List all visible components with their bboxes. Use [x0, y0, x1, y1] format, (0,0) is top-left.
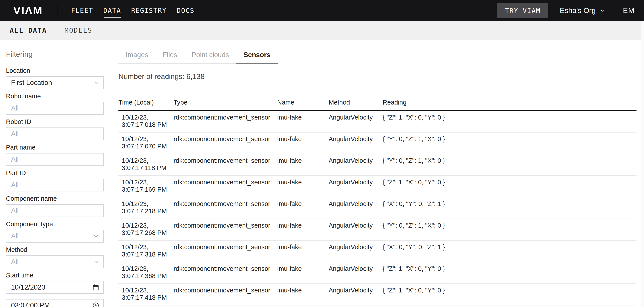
- cell-name: imu-fake: [277, 222, 328, 240]
- tab-all-data[interactable]: ALL DATA: [10, 26, 47, 34]
- cell-time-date: 10/12/23,: [122, 265, 174, 272]
- chevron-down-icon: [599, 8, 606, 14]
- sensor-readings-table: Time (Local) Type Name Method Reading: [118, 99, 636, 306]
- cell-time-date: 10/12/23,: [122, 114, 174, 121]
- cell-method: AngularVelocity: [328, 114, 383, 132]
- method-label: Method: [6, 246, 104, 253]
- nav-items: FLEET DATA REGISTRY DOCS: [71, 7, 194, 14]
- tab-files[interactable]: Files: [156, 47, 184, 64]
- nav-item-docs[interactable]: DOCS: [177, 7, 194, 14]
- part-name-input[interactable]: [6, 153, 104, 166]
- method-field: Method All: [6, 246, 104, 268]
- method-value: All: [11, 258, 93, 266]
- cell-reading: { "Y": 0, "Z": 1, "X": 0 }: [383, 157, 636, 175]
- start-date-input[interactable]: 10/12/2023: [6, 281, 104, 294]
- nav-item-fleet[interactable]: FLEET: [71, 7, 93, 14]
- part-name-field: Part name: [6, 144, 104, 166]
- cell-time: 10/12/23, 3:07:17.118 PM: [118, 157, 174, 175]
- robot-name-input[interactable]: [6, 102, 104, 115]
- cell-time: 10/12/23, 3:07:17.268 PM: [118, 222, 174, 240]
- filter-title: Filtering: [6, 50, 111, 59]
- cell-time-date: 10/12/23,: [122, 222, 174, 229]
- org-name: Esha's Org: [560, 6, 596, 15]
- filter-sidebar: Filtering Location First Location Robot …: [0, 40, 111, 307]
- cell-name: imu-fake: [277, 200, 328, 218]
- component-name-label: Component name: [6, 196, 104, 202]
- robot-id-input[interactable]: [6, 128, 104, 140]
- component-type-label: Component type: [6, 221, 104, 228]
- component-type-select[interactable]: All: [6, 230, 104, 242]
- cell-method: AngularVelocity: [328, 157, 383, 175]
- table-row: 10/12/23, 3:07:17.070 PM rdk:component:m…: [118, 132, 636, 154]
- table-body: 10/12/23, 3:07:17.018 PM rdk:component:m…: [118, 111, 636, 306]
- clock-icon: [92, 302, 99, 307]
- table-row: 10/12/23, 3:07:17.268 PM rdk:component:m…: [118, 219, 636, 240]
- cell-name: imu-fake: [277, 114, 328, 132]
- cell-type: rdk:component:movement_sensor: [174, 179, 277, 197]
- org-switcher[interactable]: Esha's Org: [560, 6, 605, 15]
- cell-time-date: 10/12/23,: [122, 136, 174, 143]
- cell-time: 10/12/23, 3:07:17.169 PM: [118, 179, 174, 197]
- component-name-input[interactable]: [6, 204, 104, 217]
- component-type-field: Component type All: [6, 221, 104, 242]
- cell-time-date: 10/12/23,: [122, 179, 174, 186]
- nav-item-registry[interactable]: REGISTRY: [131, 7, 167, 14]
- cell-time-date: 10/12/23,: [122, 157, 174, 164]
- viam-data-page: VIΛM FLEET DATA REGISTRY DOCS TRY VIAM E…: [0, 0, 644, 307]
- tab-point-clouds[interactable]: Point clouds: [184, 47, 236, 64]
- avatar[interactable]: EM: [623, 6, 635, 15]
- cell-time-clock: 3:07:17.418 PM: [122, 294, 174, 301]
- cell-reading: { "Y": 0, "Z": 1, "X": 0 }: [383, 222, 636, 240]
- cell-method: AngularVelocity: [328, 222, 383, 240]
- tab-models[interactable]: MODELS: [64, 26, 92, 34]
- cell-time: 10/12/23, 3:07:17.368 PM: [118, 265, 174, 284]
- location-select[interactable]: First Location: [6, 76, 104, 89]
- robot-name-field: Robot name: [6, 93, 104, 115]
- part-id-label: Part ID: [6, 170, 104, 176]
- cell-reading: { "Z": 1, "X": 0, "Y": 0 }: [383, 265, 636, 284]
- sub-nav: ALL DATA MODELS: [0, 21, 644, 40]
- nav-divider: [57, 5, 57, 16]
- viam-logo[interactable]: VIΛM: [13, 5, 43, 16]
- robot-id-label: Robot ID: [6, 119, 104, 125]
- cell-name: imu-fake: [277, 179, 328, 197]
- cell-type: rdk:component:movement_sensor: [174, 157, 277, 175]
- start-clock-input[interactable]: 03:07:00 PM: [6, 299, 104, 307]
- cell-reading: { "Z": 1, "X": 0, "Y": 0 }: [383, 114, 636, 132]
- cell-type: rdk:component:movement_sensor: [174, 287, 277, 305]
- cell-time-date: 10/12/23,: [122, 244, 174, 251]
- location-value: First Location: [11, 79, 93, 87]
- cell-type: rdk:component:movement_sensor: [174, 265, 277, 284]
- nav-item-data[interactable]: DATA: [104, 7, 121, 14]
- cell-method: AngularVelocity: [328, 287, 383, 305]
- tab-sensors[interactable]: Sensors: [236, 47, 278, 64]
- start-time-label: Start time: [6, 272, 104, 278]
- cell-reading: { "X": 0, "Y": 0, "Z": 1 }: [383, 200, 636, 218]
- cell-time-clock: 3:07:17.018 PM: [122, 121, 174, 128]
- top-nav-right: TRY VIAM Esha's Org EM: [497, 3, 635, 18]
- start-time-field: Start time 10/12/2023 03:07:00 PM: [6, 272, 104, 307]
- start-clock-value: 03:07:00 PM: [11, 302, 92, 307]
- table-row: 10/12/23, 3:07:17.318 PM rdk:component:m…: [118, 240, 636, 262]
- try-viam-button[interactable]: TRY VIAM: [497, 3, 548, 18]
- start-date-value: 10/12/2023: [11, 284, 92, 291]
- cell-time-clock: 3:07:17.070 PM: [122, 143, 174, 150]
- column-header: Name: [277, 99, 328, 106]
- cell-time-date: 10/12/23,: [122, 287, 174, 294]
- main-panel: Images Files Point clouds Sensors Number…: [111, 40, 644, 307]
- method-select[interactable]: All: [6, 256, 104, 268]
- location-label: Location: [6, 68, 104, 74]
- table-row: 10/12/23, 3:07:17.368 PM rdk:component:m…: [118, 262, 636, 284]
- part-id-input[interactable]: [6, 179, 104, 192]
- cell-time-clock: 3:07:17.169 PM: [122, 186, 174, 193]
- cell-time-clock: 3:07:17.218 PM: [122, 208, 174, 215]
- cell-type: rdk:component:movement_sensor: [174, 222, 277, 240]
- column-header: Reading: [383, 99, 636, 106]
- cell-method: AngularVelocity: [328, 179, 383, 197]
- page-scrollbar[interactable]: [641, 21, 644, 307]
- cell-name: imu-fake: [277, 244, 328, 262]
- tab-images[interactable]: Images: [118, 47, 156, 64]
- table-row: 10/12/23, 3:07:17.118 PM rdk:component:m…: [118, 154, 636, 176]
- cell-time: 10/12/23, 3:07:17.418 PM: [118, 287, 174, 305]
- cell-type: rdk:component:movement_sensor: [174, 114, 277, 132]
